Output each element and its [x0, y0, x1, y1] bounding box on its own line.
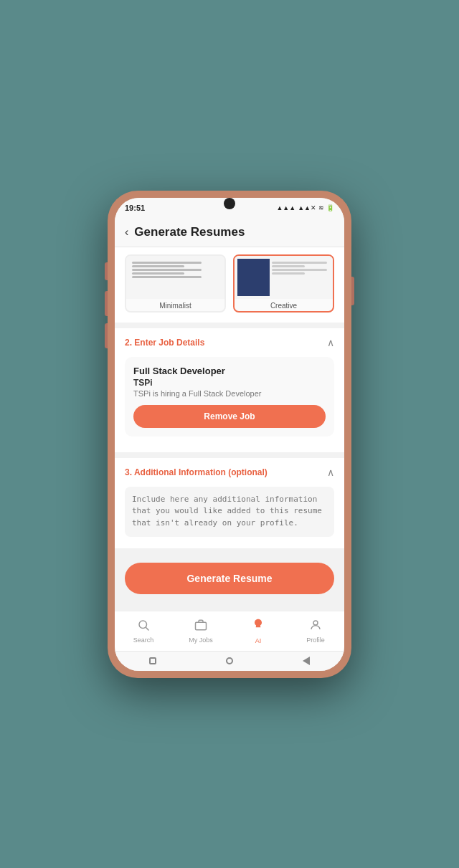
- nav-item-ai[interactable]: AI: [230, 611, 287, 651]
- ai-nav-label: AI: [255, 637, 262, 644]
- nav-item-search[interactable]: Search: [115, 611, 172, 651]
- svg-point-5: [313, 621, 318, 625]
- minimalist-label: Minimalist: [126, 299, 224, 311]
- job-details-chevron[interactable]: ∧: [327, 337, 334, 348]
- additional-info-title: 3. Additional Information (optional): [125, 467, 268, 477]
- minimalist-lines: [129, 259, 222, 296]
- bottom-navigation: Search My Jobs: [115, 611, 344, 651]
- camera-notch: [224, 198, 235, 209]
- power-button: [351, 277, 354, 305]
- additional-info-textarea[interactable]: [125, 487, 334, 537]
- volume-up-button: [105, 291, 108, 316]
- svg-point-0: [139, 621, 147, 629]
- svg-point-3: [255, 621, 257, 624]
- search-nav-label: Search: [133, 636, 154, 644]
- additional-info-section: 3. Additional Information (optional) ∧: [115, 458, 344, 548]
- svg-rect-2: [196, 622, 207, 630]
- page-header: ‹ Generate Resumes: [115, 218, 344, 247]
- home-icon: [226, 657, 233, 664]
- job-title: Full Stack Developer: [133, 366, 326, 376]
- android-navigation: [115, 651, 344, 671]
- page-title: Generate Resumes: [134, 225, 245, 239]
- android-recent-button[interactable]: [146, 654, 159, 667]
- wifi2-icon: ≋: [318, 204, 324, 211]
- job-details-header: 2. Enter Job Details ∧: [125, 337, 334, 348]
- mini-line-4: [132, 272, 184, 275]
- job-card: Full Stack Developer TSPi TSPi is hiring…: [125, 357, 334, 437]
- cr-line-2: [272, 265, 305, 267]
- cr-line-3: [272, 269, 327, 271]
- volume-down-button: [105, 323, 108, 348]
- cr-line-4: [272, 272, 305, 275]
- mini-line-1: [132, 262, 202, 264]
- phone-screen: 19:51 ▲▲▲ ▲▲✕ ≋ 🔋 ‹ Generate Resumes: [115, 198, 344, 671]
- back-icon: [303, 657, 310, 665]
- android-home-button[interactable]: [223, 654, 236, 667]
- job-description: TSPi is hiring a Full Stack Developer: [133, 389, 326, 398]
- remove-job-button[interactable]: Remove Job: [133, 405, 326, 428]
- phone-frame: 19:51 ▲▲▲ ▲▲✕ ≋ 🔋 ‹ Generate Resumes: [108, 191, 351, 678]
- creative-layout: [237, 259, 330, 296]
- ai-nav-icon: [251, 618, 265, 636]
- additional-info-chevron[interactable]: ∧: [327, 467, 334, 478]
- nav-item-myjobs[interactable]: My Jobs: [172, 611, 230, 651]
- template-section: Minimalist: [115, 247, 344, 323]
- job-company: TSPi: [133, 378, 326, 388]
- svg-point-4: [259, 621, 261, 624]
- template-cards: Minimalist: [125, 254, 334, 313]
- status-icons: ▲▲▲ ▲▲✕ ≋ 🔋: [276, 204, 334, 211]
- android-back-button[interactable]: [300, 654, 313, 667]
- myjobs-nav-icon: [194, 619, 207, 635]
- generate-resume-button[interactable]: Generate Resume: [125, 563, 334, 594]
- nav-item-profile[interactable]: Profile: [287, 611, 344, 651]
- template-minimalist[interactable]: Minimalist: [125, 254, 226, 313]
- screen-content: ‹ Generate Resumes: [115, 218, 344, 611]
- search-nav-icon: [137, 619, 150, 635]
- additional-info-header: 3. Additional Information (optional) ∧: [125, 467, 334, 478]
- cr-line-1: [272, 262, 327, 264]
- myjobs-nav-label: My Jobs: [189, 636, 213, 644]
- signal-icon: ▲▲▲: [276, 204, 295, 211]
- mute-button: [105, 262, 108, 280]
- job-details-section: 2. Enter Job Details ∧ Full Stack Develo…: [115, 328, 344, 452]
- wifi-icon: ▲▲✕: [298, 204, 316, 211]
- creative-content: [272, 259, 330, 296]
- mini-line-5: [132, 276, 202, 278]
- mini-line-3: [132, 269, 202, 271]
- template-creative[interactable]: Creative: [233, 254, 334, 313]
- status-time: 19:51: [125, 204, 145, 212]
- creative-sidebar: [237, 259, 270, 296]
- job-details-title: 2. Enter Job Details: [125, 338, 204, 348]
- back-button[interactable]: ‹: [125, 226, 128, 239]
- generate-section: Generate Resume: [115, 554, 344, 604]
- battery-icon: 🔋: [326, 204, 334, 211]
- recent-icon: [149, 657, 156, 664]
- svg-line-1: [146, 627, 148, 630]
- minimalist-preview: [126, 256, 224, 299]
- creative-preview: [235, 256, 333, 299]
- profile-nav-icon: [309, 619, 322, 635]
- mini-line-2: [132, 265, 184, 267]
- profile-nav-label: Profile: [306, 636, 325, 644]
- creative-label: Creative: [235, 299, 333, 311]
